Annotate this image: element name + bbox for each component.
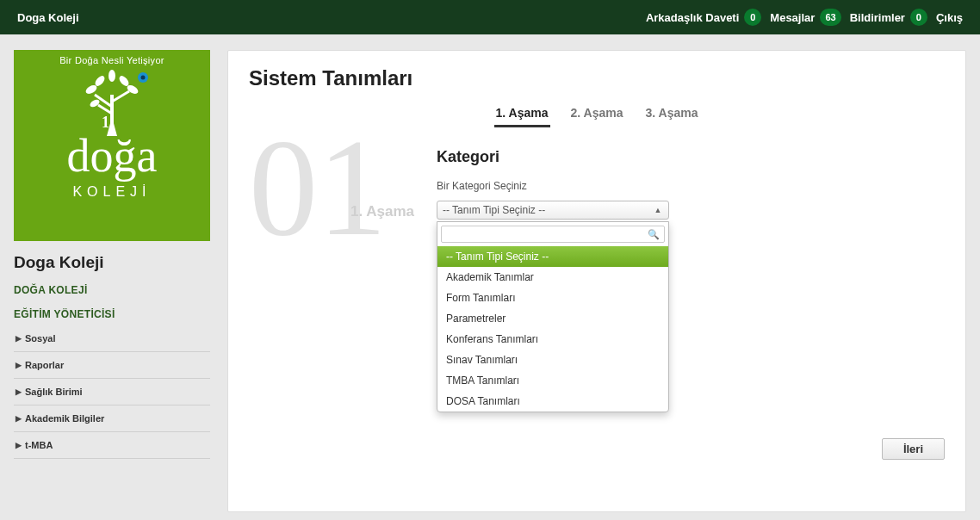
- logo-tagline: Bir Doğa Nesli Yetişiyor: [59, 55, 164, 65]
- sidebar-item-label: t-MBA: [25, 440, 53, 450]
- logo-card: Bir Doğa Nesli Yetişiyor 1 doğa KOLEJİ: [14, 50, 210, 241]
- main-panel: Sistem Tanımları 1. Aşama 2. Aşama 3. Aş…: [227, 50, 966, 512]
- dropdown-search-input[interactable]: [441, 226, 665, 243]
- dropdown-options-list: -- Tanım Tipi Seçiniz -- Akademik Tanıml…: [437, 246, 668, 412]
- triangle-icon: ▶: [16, 414, 22, 423]
- big-stage-number: 01: [249, 119, 387, 257]
- nav-logout-label[interactable]: Çıkış: [936, 11, 963, 24]
- wizard-actions: İleri: [249, 438, 945, 460]
- sidebar: Bir Doğa Nesli Yetişiyor 1 doğa KOLEJİ: [14, 50, 210, 512]
- triangle-icon: ▶: [16, 441, 22, 449]
- logo-word: doğa: [67, 133, 158, 179]
- step-1[interactable]: 1. Aşama: [494, 106, 550, 127]
- nav-friend-invite[interactable]: Arkadaşlık Daveti 0: [646, 9, 761, 26]
- stage-number-area: 01 1. Aşama: [249, 148, 412, 277]
- helper-text: Bir Kategori Seçiniz: [437, 180, 945, 192]
- category-select-value: -- Tanım Tipi Seçiniz --: [443, 204, 545, 216]
- svg-point-11: [141, 76, 146, 80]
- sidebar-item-tmba[interactable]: ▶t-MBA: [14, 432, 210, 459]
- dropdown-option[interactable]: Konferans Tanımları: [437, 329, 668, 350]
- nav-messages[interactable]: Mesajlar 63: [770, 9, 840, 26]
- nav-notifications[interactable]: Bildirimler 0: [850, 9, 927, 26]
- nav-friend-invite-label[interactable]: Arkadaşlık Daveti: [646, 11, 739, 24]
- triangle-icon: ▶: [16, 387, 22, 396]
- svg-point-6: [109, 70, 115, 82]
- header-nav: Arkadaşlık Daveti 0 Mesajlar 63 Bildirim…: [646, 9, 963, 26]
- sidebar-menu: ▶Sosyal ▶Raporlar ▶Sağlık Birimi ▶Akadem…: [14, 325, 210, 459]
- stage-label: 1. Aşama: [350, 203, 414, 220]
- dropdown-option[interactable]: DOSA Tanımları: [437, 391, 668, 412]
- step-2[interactable]: 2. Aşama: [569, 106, 625, 127]
- dropdown-option[interactable]: -- Tanım Tipi Seçiniz --: [437, 246, 668, 267]
- triangle-icon: ▶: [16, 361, 22, 369]
- triangle-icon: ▶: [16, 334, 22, 343]
- dropdown-option[interactable]: TMBA Tanımları: [437, 370, 668, 391]
- sidebar-item-label: Akademik Bilgiler: [25, 413, 104, 424]
- caret-down-icon: ▲: [651, 203, 665, 217]
- nav-logout[interactable]: Çıkış: [936, 11, 963, 24]
- dropdown-option[interactable]: Akademik Tanımlar: [437, 267, 668, 288]
- dropdown-option[interactable]: Sınav Tanımları: [437, 350, 668, 370]
- nav-notifications-badge: 0: [910, 9, 927, 26]
- sidebar-item-label: Sağlık Birimi: [25, 387, 83, 397]
- section-heading: Kategori: [437, 148, 945, 166]
- svg-text:1: 1: [102, 114, 109, 131]
- dropdown-search-wrap: 🔍: [437, 222, 668, 246]
- category-dropdown: 🔍 -- Tanım Tipi Seçiniz -- Akademik Tanı…: [437, 221, 669, 412]
- step-3[interactable]: 3. Aşama: [643, 106, 699, 127]
- nav-messages-badge: 63: [820, 9, 840, 26]
- dropdown-option[interactable]: Form Tanımları: [437, 288, 668, 308]
- page-title: Sistem Tanımları: [249, 66, 945, 90]
- svg-line-2: [112, 91, 129, 102]
- sidebar-section-2: EĞİTİM YÖNETİCİSİ: [14, 308, 210, 320]
- search-icon: 🔍: [648, 229, 660, 240]
- brand-title: Doga Koleji: [17, 11, 646, 24]
- nav-notifications-label[interactable]: Bildirimler: [850, 11, 905, 24]
- sidebar-item-akademik[interactable]: ▶Akademik Bilgiler: [14, 405, 210, 432]
- tree-logo-icon: 1: [69, 69, 155, 136]
- sidebar-item-sosyal[interactable]: ▶Sosyal: [14, 325, 210, 352]
- sidebar-title: Doga Koleji: [14, 253, 210, 272]
- next-button[interactable]: İleri: [882, 438, 945, 460]
- sidebar-section-1: DOĞA KOLEJİ: [14, 284, 210, 296]
- nav-messages-label[interactable]: Mesajlar: [770, 11, 815, 24]
- sidebar-item-label: Sosyal: [25, 333, 55, 344]
- sidebar-item-label: Raporlar: [25, 360, 64, 370]
- sidebar-item-saglik[interactable]: ▶Sağlık Birimi: [14, 379, 210, 405]
- dropdown-option[interactable]: Parametreler: [437, 308, 668, 329]
- category-select[interactable]: -- Tanım Tipi Seçiniz -- ▲: [437, 201, 669, 220]
- top-header: Doga Koleji Arkadaşlık Daveti 0 Mesajlar…: [0, 0, 980, 34]
- nav-friend-invite-badge: 0: [744, 9, 761, 26]
- logo-subtitle: KOLEJİ: [72, 184, 151, 200]
- sidebar-item-raporlar[interactable]: ▶Raporlar: [14, 352, 210, 379]
